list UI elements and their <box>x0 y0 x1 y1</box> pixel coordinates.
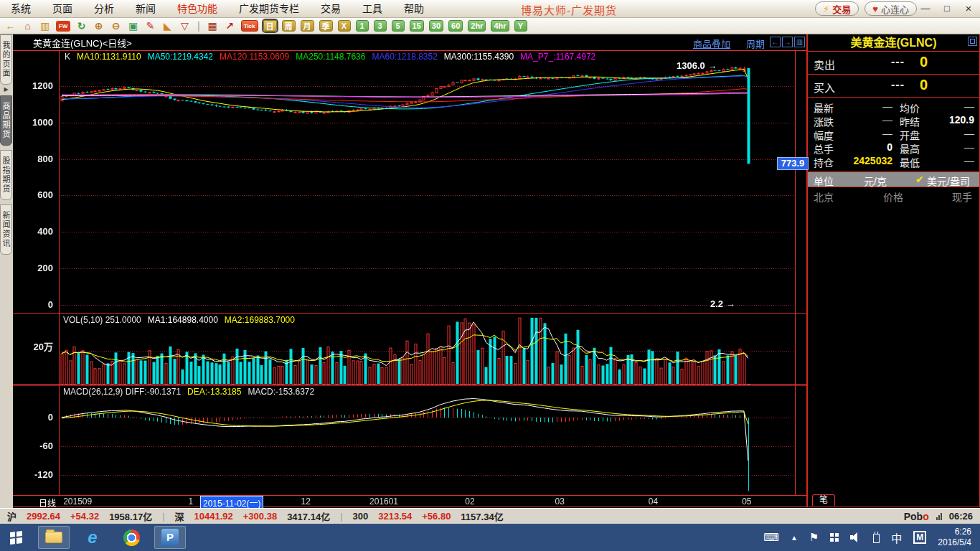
sidebar-expand-icon[interactable]: ▶ <box>0 86 12 93</box>
vol-label-1: MA1:164898.4000 <box>148 315 218 325</box>
price-axis-tick-400: 400 <box>19 226 53 237</box>
overlay-icon[interactable]: ▣ <box>127 20 139 32</box>
home-icon[interactable]: ⌂ <box>22 20 34 32</box>
toolbar: ←⌂▥FW↻⊕⊖▣✎◣▽|▦↗Tick日周月季X1351530602hr4hrY <box>0 18 980 34</box>
quote-header: 美黄金连(GLNC) <box>808 34 979 52</box>
heart-link-button[interactable]: ♥ 心连心 <box>864 1 917 16</box>
quote-row-0: 最新—均价— <box>808 100 979 114</box>
menu-item-系统[interactable]: 系统 <box>0 0 42 18</box>
chrome-button[interactable] <box>116 526 147 549</box>
period-button-X[interactable]: X <box>338 20 351 32</box>
brush-icon[interactable]: ◣ <box>161 20 174 32</box>
file-explorer-button[interactable] <box>38 526 70 549</box>
chart-nav-icon-2[interactable]: ▥ <box>794 37 805 47</box>
ma-label-0: K <box>65 52 70 62</box>
chart-title: 美黄金连(GLNC)<日线> <box>33 36 132 50</box>
pobo-app-button[interactable]: P <box>154 526 186 549</box>
pen-tab[interactable]: 笔 <box>812 494 835 506</box>
taskbar: e P ⌨ ▲ ⚑ 中 M 6:26 2016/5/4 <box>0 524 980 551</box>
close-button[interactable]: × <box>961 3 976 14</box>
period-button-30[interactable]: 30 <box>429 20 443 32</box>
menu-item-页面[interactable]: 页面 <box>42 0 83 18</box>
buy-price: --- <box>891 78 905 91</box>
sidebar-tab-股指期货[interactable]: 股指期货 <box>0 150 12 200</box>
panel-window-icon[interactable] <box>968 37 977 46</box>
period-axis-tab[interactable]: 日线 <box>39 496 56 509</box>
ma-label-2: MA50:1219.4342 <box>148 52 213 62</box>
ime-indicator[interactable]: 中 <box>891 530 902 545</box>
kline-chart-canvas[interactable] <box>13 34 806 507</box>
chart-nav-icon-0[interactable]: ← <box>770 37 781 47</box>
unit-row[interactable]: 单位 元/克 ✔ 美元/盎司 <box>808 171 979 187</box>
zoom-in-icon[interactable]: ⊕ <box>93 20 105 32</box>
quote-value: — <box>917 155 974 166</box>
period-button-季[interactable]: 季 <box>319 20 333 32</box>
menu-item-帮助[interactable]: 帮助 <box>393 0 435 18</box>
action-center-flag-icon[interactable]: ⚑ <box>809 531 819 544</box>
minimize-button[interactable]: — <box>918 3 933 14</box>
maximize-button[interactable]: □ <box>940 3 954 14</box>
tick-period-button[interactable]: Tick <box>241 20 258 32</box>
overlay-link[interactable]: 商品叠加 <box>693 37 730 50</box>
quote-value: — <box>917 128 974 139</box>
fw-icon[interactable]: FW <box>56 21 70 32</box>
period-button-月[interactable]: 月 <box>301 20 314 32</box>
period-button-15[interactable]: 15 <box>410 20 424 32</box>
trade-button-label: 交易 <box>832 2 851 16</box>
tray-expand-icon[interactable]: ▲ <box>791 534 798 542</box>
touch-keyboard-icon[interactable]: ⌨ <box>763 531 779 544</box>
report-icon[interactable]: ▦ <box>207 20 219 32</box>
draw-icon[interactable]: ✎ <box>144 20 156 32</box>
market-icon[interactable]: ▥ <box>39 20 51 32</box>
windows-update-icon[interactable] <box>830 533 839 542</box>
period-button-3[interactable]: 3 <box>374 20 387 32</box>
menu-item-特色功能[interactable]: 特色功能 <box>166 0 228 18</box>
quote-row-1: 涨跌—昨结120.9 <box>808 114 979 128</box>
back-icon[interactable]: ← <box>4 20 17 32</box>
menu-item-分析[interactable]: 分析 <box>83 0 125 18</box>
quote-value: — <box>837 114 892 126</box>
unit-cny[interactable]: 元/克 <box>864 174 887 188</box>
sidebar-tab-新闻资讯[interactable]: 新闻资讯 <box>0 204 12 255</box>
menu-item-工具[interactable]: 工具 <box>352 0 393 18</box>
period-button-2hr[interactable]: 2hr <box>468 20 486 32</box>
quote-value: 0 <box>837 141 892 153</box>
heart-icon: ♥ <box>872 4 878 14</box>
period-button-4hr[interactable]: 4hr <box>491 20 509 32</box>
filter-icon[interactable]: ▽ <box>179 20 191 32</box>
date-axis-label-1: 1 <box>189 496 194 507</box>
device-icon[interactable] <box>873 534 880 543</box>
chart-nav-icon-1[interactable]: → <box>782 37 793 47</box>
price-axis-tick-800: 800 <box>19 154 53 164</box>
trend-icon[interactable]: ↗ <box>224 20 236 32</box>
ime-mode-icon[interactable]: M <box>913 531 926 544</box>
period-button-1[interactable]: 1 <box>356 20 369 32</box>
refresh-icon[interactable]: ↻ <box>75 20 88 32</box>
internet-explorer-button[interactable]: e <box>77 526 108 549</box>
menu-item-新闻[interactable]: 新闻 <box>125 0 166 18</box>
trade-button[interactable]: ⚡ 交易 <box>815 1 859 16</box>
separator: | <box>162 511 164 522</box>
menu-item-交易[interactable]: 交易 <box>310 0 352 18</box>
ma-values-row: KMA10:1131.9110MA50:1219.4342MA120:1153.… <box>65 52 595 62</box>
index-field: 10441.92 <box>194 511 233 522</box>
date-axis-label-7: 04 <box>649 496 658 507</box>
period-button-周[interactable]: 周 <box>282 20 296 32</box>
sidebar-tab-商品期货[interactable]: 商品期货 <box>0 95 12 146</box>
price-axis-tick-1000: 1000 <box>19 117 53 128</box>
quote-label: 幅度 <box>814 128 834 142</box>
period-button-5[interactable]: 5 <box>392 20 405 32</box>
taskbar-clock[interactable]: 6:26 2016/5/4 <box>938 527 971 548</box>
period-button-Y[interactable]: Y <box>514 20 527 32</box>
zoom-out-icon[interactable]: ⊖ <box>110 20 122 32</box>
volume-icon[interactable] <box>850 532 862 542</box>
sidebar-tab-我的页面[interactable]: 我的页面 <box>0 34 12 85</box>
start-button[interactable] <box>10 532 22 544</box>
period-link[interactable]: 周期 <box>746 37 765 50</box>
buy-volume: 0 <box>920 77 928 93</box>
unit-usd[interactable]: 美元/盎司 <box>927 174 970 188</box>
period-button-日[interactable]: 日 <box>263 20 277 32</box>
period-button-60[interactable]: 60 <box>448 20 463 32</box>
ma-label-5: MA60:1218.8352 <box>372 52 437 62</box>
menu-item-广发期货专栏[interactable]: 广发期货专栏 <box>228 0 310 18</box>
